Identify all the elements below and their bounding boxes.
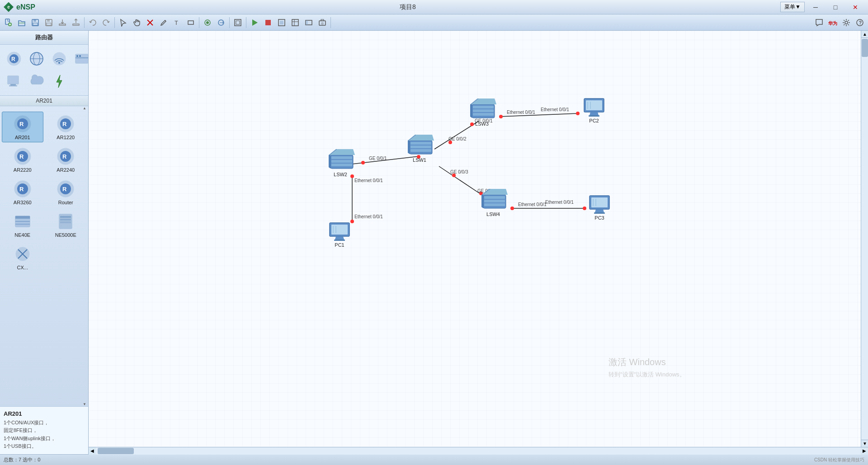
- topology-canvas[interactable]: GE 0/0/1 GE 0/0/1 GE 0/0/2 GE 0/0/1 GE 0…: [89, 31, 861, 447]
- scroll-down-button[interactable]: ▼: [861, 440, 868, 447]
- menu-button[interactable]: 菜单▼: [780, 2, 805, 12]
- label-pc1-eth001: Ethernet 0/0/1: [354, 214, 383, 219]
- capture-button[interactable]: [316, 16, 329, 29]
- list-item-cx[interactable]: CX...: [2, 242, 43, 272]
- play-button[interactable]: [248, 16, 261, 29]
- chat-button[interactable]: [813, 16, 826, 29]
- save-all-button[interactable]: [29, 16, 42, 29]
- info-line-1: 1个CON/AUX接口，: [4, 419, 85, 427]
- topo-button[interactable]: [289, 16, 302, 29]
- svg-rect-78: [60, 219, 71, 221]
- list-item-ar201[interactable]: R AR201: [2, 112, 43, 142]
- huawei-button[interactable]: 华为: [826, 16, 839, 29]
- bottom-scrollbar: ◀ ▶: [89, 447, 868, 454]
- rect-button[interactable]: [184, 16, 197, 29]
- list-item-ar2220[interactable]: R AR2220: [2, 144, 43, 175]
- maximize-button[interactable]: □: [826, 1, 844, 14]
- app-logo: e eNSP: [4, 2, 35, 12]
- link-out-button[interactable]: [215, 16, 227, 29]
- device-list: R AR201 R AR1220: [0, 110, 88, 402]
- svg-marker-109: [481, 195, 483, 208]
- pen-button[interactable]: [157, 16, 170, 29]
- svg-rect-108: [484, 203, 505, 206]
- select-button[interactable]: [117, 16, 129, 29]
- device-type-misc[interactable]: [71, 48, 89, 69]
- list-item-ar2240[interactable]: R AR2240: [45, 144, 87, 175]
- stop-button[interactable]: [262, 16, 274, 29]
- scroll-left-button[interactable]: ◀: [89, 447, 96, 455]
- device-type-pc[interactable]: [4, 71, 24, 92]
- toolbar-sep-1: [84, 17, 85, 28]
- svg-rect-121: [589, 115, 599, 117]
- new-button[interactable]: [2, 16, 14, 29]
- scroll-track[interactable]: [861, 38, 868, 440]
- undo-button[interactable]: [86, 16, 99, 29]
- svg-marker-88: [408, 141, 410, 154]
- list-item-ne40e[interactable]: NE40E: [2, 209, 43, 240]
- svg-rect-92: [331, 156, 352, 159]
- fit-button[interactable]: [231, 16, 244, 29]
- device-type-wifi[interactable]: [49, 48, 70, 69]
- device-type-network[interactable]: [26, 48, 47, 69]
- device-type-cloud[interactable]: [26, 71, 47, 92]
- import-button[interactable]: [56, 16, 69, 29]
- device-type-bolt[interactable]: [49, 71, 70, 92]
- scroll-right-button[interactable]: ▶: [861, 447, 868, 455]
- hand-button[interactable]: [130, 16, 143, 29]
- svg-text:R: R: [19, 153, 24, 160]
- label-lsw2-ge001: GE 0/0/1: [369, 156, 387, 161]
- panel-button[interactable]: [302, 16, 315, 29]
- hscroll-track[interactable]: [96, 447, 861, 455]
- svg-point-34: [845, 21, 848, 24]
- svg-rect-101: [473, 113, 494, 116]
- svg-rect-107: [484, 200, 505, 202]
- port-dot-lsw4-eth001: [510, 207, 514, 210]
- text-button[interactable]: T: [171, 16, 184, 29]
- help-button[interactable]: ?: [854, 16, 866, 29]
- svg-point-48: [76, 55, 78, 57]
- canvas-area[interactable]: GE 0/0/1 GE 0/0/1 GE 0/0/2 GE 0/0/1 GE 0…: [89, 31, 861, 447]
- list-item-cx-label: CX...: [17, 265, 28, 270]
- port-dot-lsw2-eth001: [350, 174, 354, 178]
- open-button[interactable]: [15, 16, 28, 29]
- label-lsw1-ge003: GE 0/0/3: [450, 169, 468, 174]
- svg-text:R: R: [19, 186, 24, 193]
- svg-rect-15: [188, 21, 193, 24]
- node-lsw4-label: LSW4: [486, 211, 500, 217]
- scroll-up-button[interactable]: ▲: [861, 31, 868, 38]
- list-item-router[interactable]: R Router: [45, 177, 87, 207]
- info-panel: AR201 1个CON/AUX接口， 固定8FE接口， 1个WAN侧uplink…: [0, 406, 88, 454]
- save-button[interactable]: [42, 16, 55, 29]
- svg-rect-20: [236, 21, 240, 24]
- list-item-ne5000e[interactable]: NE5000E: [45, 209, 87, 240]
- svg-rect-99: [473, 106, 494, 108]
- svg-rect-5: [33, 19, 36, 22]
- port-dot-pc1-eth001: [350, 220, 354, 223]
- svg-rect-31: [321, 19, 324, 21]
- link-in-button[interactable]: [201, 16, 214, 29]
- label-lsw3-eth001: Ethernet 0/0/1: [507, 110, 535, 115]
- watermark-line1: 激活 Windows: [609, 357, 666, 367]
- delete-button[interactable]: [144, 16, 156, 29]
- list-item-ne40e-label: NE40E: [14, 232, 30, 238]
- list-item-ar1220[interactable]: R AR1220: [45, 112, 87, 142]
- device-type-router[interactable]: R: [4, 48, 24, 69]
- watermark-line2: 转到"设置"以激活 Windows。: [609, 371, 685, 378]
- scroll-up-arrow[interactable]: ▲: [83, 106, 86, 110]
- list-item-ar201-label: AR201: [15, 135, 30, 140]
- label-pc3-eth001: Ethernet 0/0/1: [545, 200, 574, 205]
- export-button[interactable]: [70, 16, 82, 29]
- zoom-fit-button[interactable]: [275, 16, 288, 29]
- hscroll-thumb[interactable]: [98, 448, 134, 454]
- list-item-ar3260[interactable]: R AR3260: [2, 177, 43, 207]
- svg-rect-29: [306, 20, 308, 25]
- svg-text:华为: 华为: [828, 21, 837, 26]
- left-panel: 路由器 R: [0, 31, 89, 454]
- scroll-thumb[interactable]: [862, 39, 868, 57]
- settings-button[interactable]: [840, 16, 853, 29]
- redo-button[interactable]: [100, 16, 113, 29]
- minimize-button[interactable]: ─: [807, 1, 825, 14]
- close-button[interactable]: ✕: [846, 1, 864, 14]
- statusbar: 总数：7 选中：0 CSDN 轻松掌握使用技巧: [0, 454, 868, 465]
- scroll-down-arrow[interactable]: ▼: [83, 402, 86, 406]
